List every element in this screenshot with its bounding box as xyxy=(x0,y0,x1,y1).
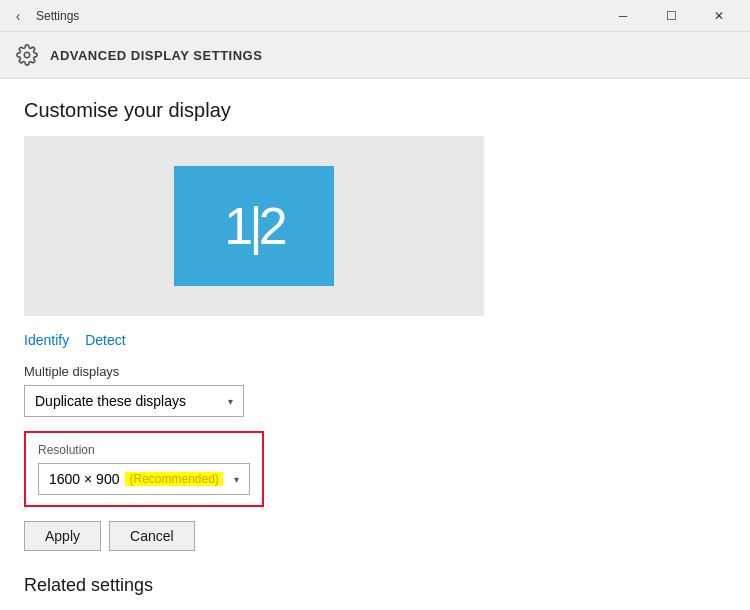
multiple-displays-label: Multiple displays xyxy=(24,364,726,379)
display-block: 1|2 xyxy=(174,166,334,286)
action-buttons: Apply Cancel xyxy=(24,521,726,551)
title-bar-title: Settings xyxy=(36,9,600,23)
minimize-button[interactable]: ─ xyxy=(600,0,646,32)
close-button[interactable]: ✕ xyxy=(696,0,742,32)
display-preview-area: 1|2 xyxy=(24,136,484,316)
multiple-displays-dropdown[interactable]: Duplicate these displays ▾ xyxy=(24,385,244,417)
chevron-down-icon: ▾ xyxy=(234,474,239,485)
page-title: ADVANCED DISPLAY SETTINGS xyxy=(50,48,262,63)
resolution-value: 1600 × 900 xyxy=(49,471,119,487)
related-settings-heading: Related settings xyxy=(24,575,726,596)
title-bar: ‹ Settings ─ ☐ ✕ xyxy=(0,0,750,32)
action-links: Identify Detect xyxy=(24,332,726,348)
cancel-button[interactable]: Cancel xyxy=(109,521,195,551)
resolution-label: Resolution xyxy=(38,443,250,457)
maximize-button[interactable]: ☐ xyxy=(648,0,694,32)
display-number-label: 1|2 xyxy=(224,196,283,256)
apply-button[interactable]: Apply xyxy=(24,521,101,551)
resolution-value-group: 1600 × 900 (Recommended) xyxy=(49,471,223,487)
back-button[interactable]: ‹ xyxy=(8,6,28,26)
recommended-badge: (Recommended) xyxy=(125,472,222,486)
multiple-displays-value: Duplicate these displays xyxy=(35,393,186,409)
detect-link[interactable]: Detect xyxy=(85,332,125,348)
chevron-down-icon: ▾ xyxy=(228,396,233,407)
resolution-dropdown[interactable]: 1600 × 900 (Recommended) ▾ xyxy=(38,463,250,495)
section-heading: Customise your display xyxy=(24,99,726,122)
window-controls: ─ ☐ ✕ xyxy=(600,0,742,32)
resolution-section: Resolution 1600 × 900 (Recommended) ▾ xyxy=(24,431,264,507)
main-content: Customise your display 1|2 Identify Dete… xyxy=(0,79,750,607)
colour-calibration-link[interactable]: Colour calibration xyxy=(24,606,726,607)
identify-link[interactable]: Identify xyxy=(24,332,69,348)
svg-point-0 xyxy=(24,52,30,58)
page-header: ADVANCED DISPLAY SETTINGS xyxy=(0,32,750,79)
settings-icon xyxy=(16,44,38,66)
